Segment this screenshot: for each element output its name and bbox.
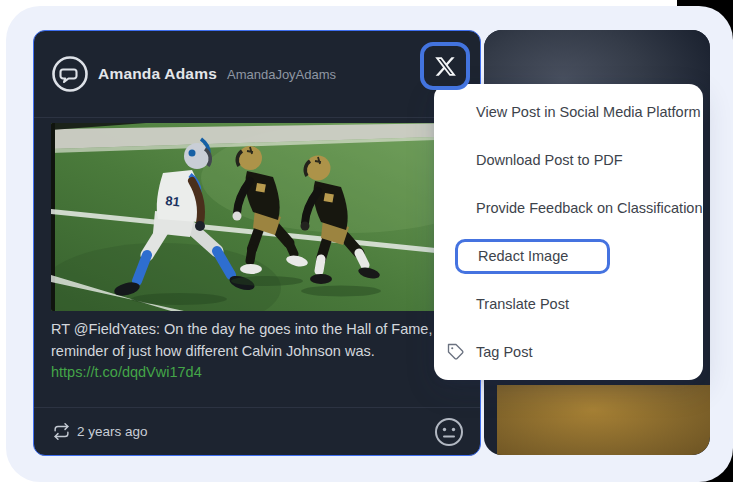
menu-item-label: Download Post to PDF xyxy=(476,152,623,168)
post-options-menu: View Post in Social Media Platform Downl… xyxy=(434,84,703,380)
tag-icon xyxy=(447,343,465,361)
retweet-icon xyxy=(53,423,70,440)
menu-item-label: Redact Image xyxy=(478,248,568,264)
menu-item-label: View Post in Social Media Platform xyxy=(476,104,701,120)
menu-item-label: Tag Post xyxy=(476,344,532,360)
menu-item-translate-post[interactable]: Translate Post xyxy=(434,280,703,328)
post-card: Amanda Adams AmandaJoyAdams xyxy=(33,30,481,456)
app-window: Amanda Adams AmandaJoyAdams xyxy=(0,0,733,482)
post-timestamp: 2 years ago xyxy=(77,424,148,439)
post-footer: 2 years ago xyxy=(34,407,480,455)
x-twitter-icon[interactable] xyxy=(420,42,470,90)
post-image[interactable]: 81 xyxy=(51,123,465,311)
post-body: RT @FieldYates: On the day he goes into … xyxy=(51,319,465,362)
menu-item-view-post[interactable]: View Post in Social Media Platform xyxy=(434,88,703,136)
speech-bubble-icon xyxy=(51,55,89,93)
x-logo-glyph xyxy=(434,55,457,78)
post-link[interactable]: https://t.co/dqdVwi17d4 xyxy=(51,362,202,384)
post-header: Amanda Adams AmandaJoyAdams xyxy=(34,31,480,118)
menu-item-provide-feedback[interactable]: Provide Feedback on Classification xyxy=(434,184,703,232)
author-handle: AmandaJoyAdams xyxy=(227,67,336,82)
redact-highlight-box: Redact Image xyxy=(455,239,610,274)
neutral-face-icon[interactable] xyxy=(433,416,465,448)
blurred-post-image xyxy=(497,385,710,455)
menu-item-redact-image[interactable]: Redact Image xyxy=(434,232,703,280)
menu-item-label: Translate Post xyxy=(476,296,569,312)
menu-item-label: Provide Feedback on Classification xyxy=(476,200,702,216)
menu-item-download-pdf[interactable]: Download Post to PDF xyxy=(434,136,703,184)
svg-text:81: 81 xyxy=(165,193,181,209)
author-name: Amanda Adams xyxy=(98,65,217,83)
menu-item-tag-post[interactable]: Tag Post xyxy=(434,328,703,376)
